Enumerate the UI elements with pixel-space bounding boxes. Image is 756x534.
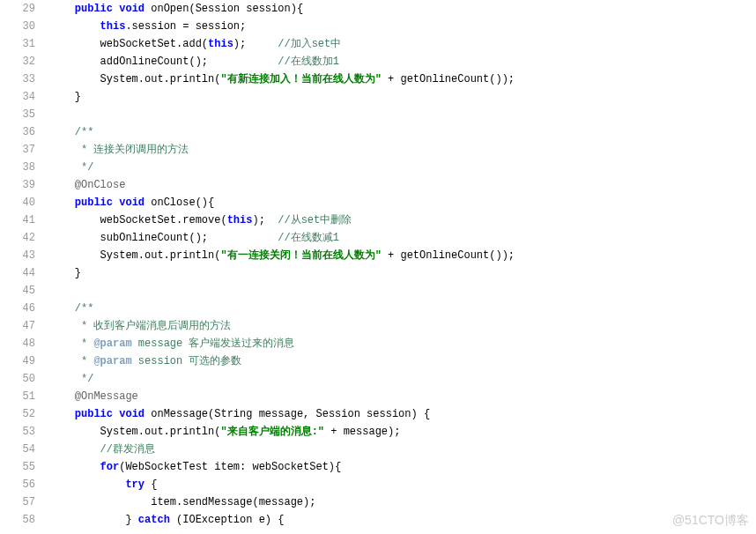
code-token: //在线数加1 <box>278 56 339 68</box>
code-token: addOnlineCount(); <box>49 56 278 68</box>
code-token: for <box>100 461 120 473</box>
code-token: session 可选的参数 <box>132 355 242 367</box>
code-token: System.out.println( <box>49 249 220 262</box>
code-line: item.sendMessage(message); <box>49 493 756 511</box>
code-line: webSocketSet.add(this); //加入set中 <box>49 35 756 53</box>
code-token <box>49 390 75 403</box>
line-number: 51 <box>0 388 35 405</box>
code-line: * 连接关闭调用的方法 <box>49 141 756 159</box>
code-token: message 客户端发送过来的消息 <box>132 337 295 350</box>
code-token <box>49 285 56 297</box>
code-token <box>49 3 75 15</box>
code-token <box>49 20 100 33</box>
code-token <box>49 478 125 491</box>
code-token: void <box>119 3 145 15</box>
code-editor: 2930313233343536373839404142434445464748… <box>0 0 756 534</box>
code-line: public void onMessage(String message, Se… <box>49 405 756 423</box>
code-line: webSocketSet.remove(this); //从set中删除 <box>49 211 756 229</box>
code-token: + message); <box>324 426 400 438</box>
line-number: 55 <box>0 458 35 476</box>
code-token: //加入set中 <box>278 38 341 50</box>
code-token <box>49 197 75 209</box>
code-token: webSocketSet.add( <box>49 38 208 50</box>
code-line: /** <box>49 123 756 141</box>
code-line: } <box>49 88 756 106</box>
code-line: public void onClose(){ <box>49 194 756 211</box>
code-token <box>49 443 100 456</box>
code-token: void <box>119 408 145 420</box>
code-token: webSocketSet.remove( <box>49 214 227 226</box>
code-token: void <box>119 197 145 209</box>
code-token: */ <box>49 161 93 174</box>
code-token <box>49 408 75 420</box>
line-number: 31 <box>0 35 35 53</box>
code-line: for(WebSocketTest item: webSocketSet){ <box>49 458 756 476</box>
code-token: @param <box>93 355 131 367</box>
line-number: 57 <box>0 493 35 511</box>
code-token: @OnMessage <box>75 390 138 403</box>
code-line: @OnClose <box>49 176 756 194</box>
code-line: System.out.println("有新连接加入！当前在线人数为" + ge… <box>49 70 756 88</box>
code-token: @param <box>93 337 131 350</box>
line-number: 50 <box>0 370 35 388</box>
code-line: * @param session 可选的参数 <box>49 352 756 370</box>
code-area: public void onOpen(Session session){ thi… <box>42 0 756 534</box>
line-number: 29 <box>0 0 35 18</box>
line-number: 38 <box>0 159 35 176</box>
line-number: 45 <box>0 282 35 300</box>
code-line: System.out.println("来自客户端的消息:" + message… <box>49 423 756 441</box>
line-number: 46 <box>0 300 35 317</box>
code-token: * 连接关闭调用的方法 <box>49 144 189 156</box>
code-token: } <box>49 91 81 103</box>
code-token: onOpen(Session session){ <box>145 3 303 15</box>
code-token: * <box>49 337 93 350</box>
line-number: 58 <box>0 511 35 529</box>
line-number: 33 <box>0 70 35 88</box>
code-line: this.session = session; <box>49 18 756 35</box>
code-token: //群发消息 <box>100 443 155 456</box>
code-line: * @param message 客户端发送过来的消息 <box>49 335 756 352</box>
code-token: @OnClose <box>75 179 126 191</box>
code-token: System.out.println( <box>49 73 220 85</box>
code-line: //群发消息 <box>49 441 756 458</box>
code-line: /** <box>49 300 756 317</box>
code-line: } <box>49 264 756 282</box>
code-token: ); <box>233 38 278 50</box>
line-number: 35 <box>0 106 35 123</box>
line-number: 43 <box>0 247 35 264</box>
code-line: } catch (IOException e) { <box>49 511 756 529</box>
code-token: "有一连接关闭！当前在线人数为" <box>220 249 381 262</box>
line-number: 56 <box>0 476 35 493</box>
code-token: this <box>208 38 233 50</box>
code-token: + getOnlineCount()); <box>382 73 515 85</box>
code-line: try { <box>49 476 756 493</box>
code-token: /** <box>75 126 94 138</box>
line-number: 49 <box>0 352 35 370</box>
code-line: * 收到客户端消息后调用的方法 <box>49 317 756 335</box>
code-line <box>49 282 756 300</box>
code-token: } <box>49 514 138 526</box>
line-number: 42 <box>0 229 35 247</box>
code-token: { <box>145 478 157 491</box>
line-number: 34 <box>0 88 35 106</box>
code-token: } <box>49 267 81 279</box>
code-token <box>49 126 75 138</box>
code-token: item.sendMessage(message); <box>49 496 315 508</box>
line-number: 40 <box>0 194 35 211</box>
code-line: addOnlineCount(); //在线数加1 <box>49 53 756 70</box>
line-number: 48 <box>0 335 35 352</box>
code-token: (WebSocketTest item: webSocketSet){ <box>119 461 341 473</box>
code-token: try <box>125 478 145 491</box>
code-token: onClose(){ <box>145 197 214 209</box>
code-line: System.out.println("有一连接关闭！当前在线人数为" + ge… <box>49 247 756 264</box>
code-token: //在线数减1 <box>278 232 339 244</box>
code-token: "有新连接加入！当前在线人数为" <box>220 73 381 85</box>
code-line: @OnMessage <box>49 388 756 405</box>
line-number: 30 <box>0 18 35 35</box>
code-token: /** <box>75 302 94 315</box>
code-token <box>49 108 56 121</box>
line-number: 41 <box>0 211 35 229</box>
line-number: 53 <box>0 423 35 441</box>
code-token: //从set中删除 <box>278 214 352 226</box>
line-number: 47 <box>0 317 35 335</box>
